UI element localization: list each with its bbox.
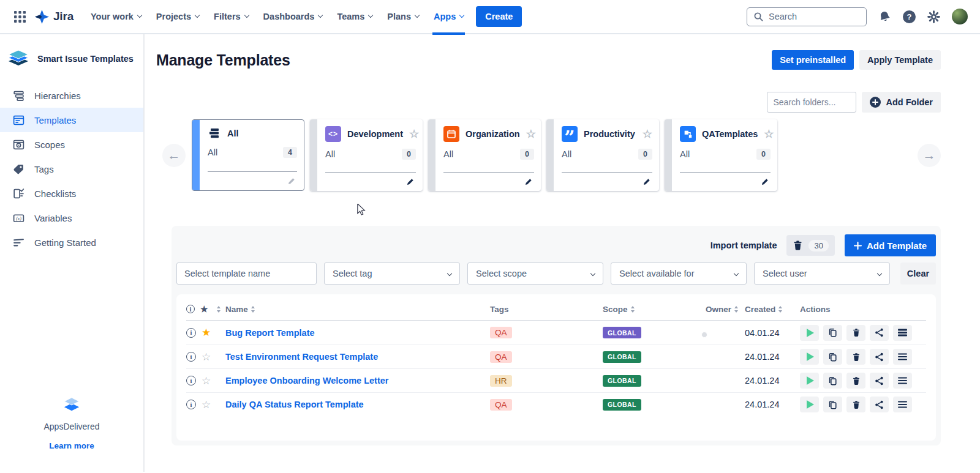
nav-plans[interactable]: Plans — [380, 0, 426, 34]
nav-your-work[interactable]: Your work — [83, 0, 149, 34]
create-button[interactable]: Create — [476, 6, 522, 27]
add-folder-button[interactable]: Add Folder — [862, 92, 941, 113]
star-outline-icon[interactable] — [409, 128, 419, 140]
template-name-link[interactable]: Daily QA Status Report Template — [225, 400, 364, 409]
star-outline-icon[interactable] — [764, 128, 774, 140]
template-name-link[interactable]: Employee Onboarding Welcome Letter — [225, 376, 388, 385]
copy-template-button[interactable] — [823, 373, 842, 389]
star-outline-icon[interactable] — [202, 400, 211, 410]
info-icon[interactable] — [186, 328, 196, 338]
share-template-button[interactable] — [870, 397, 889, 412]
global-search[interactable] — [747, 7, 867, 26]
nav-teams[interactable]: Teams — [330, 0, 380, 34]
folder-card-development[interactable]: Development All 0 — [310, 119, 423, 191]
run-template-button[interactable] — [800, 373, 819, 389]
nav-dashboards[interactable]: Dashboards — [256, 0, 330, 34]
edit-pencil-icon[interactable] — [287, 177, 296, 185]
carousel-prev-button[interactable]: ← — [162, 144, 186, 167]
apply-template-button[interactable]: Apply Template — [859, 50, 941, 70]
sidebar-item-getting-started[interactable]: Getting Started — [0, 230, 143, 255]
filter-available-for-select[interactable]: Select available for — [611, 263, 747, 285]
more-menu-button[interactable] — [893, 325, 912, 341]
sidebar-item-checklists[interactable]: Checklists — [0, 181, 143, 206]
template-name-link[interactable]: Bug Report Template — [225, 328, 315, 338]
learn-more-link[interactable]: Learn more — [49, 441, 94, 450]
column-name[interactable]: Name — [225, 305, 248, 314]
chevron-down-icon — [590, 271, 595, 276]
delete-template-button[interactable] — [846, 325, 865, 341]
filter-user-select[interactable]: Select user — [754, 263, 890, 285]
sidebar-item-scopes[interactable]: Scopes — [0, 132, 143, 157]
sort-icon[interactable] — [216, 305, 222, 313]
star-filled-icon[interactable] — [202, 327, 211, 338]
filter-template-name-input[interactable] — [176, 263, 317, 285]
sort-icon[interactable] — [251, 305, 256, 313]
folder-card-qatemplates[interactable]: QATemplates All 0 — [665, 119, 777, 191]
star-column-icon[interactable] — [200, 305, 208, 313]
copy-template-button[interactable] — [823, 397, 842, 412]
more-menu-button[interactable] — [893, 373, 912, 389]
nav-projects[interactable]: Projects — [149, 0, 206, 34]
edit-pencil-icon[interactable] — [761, 177, 769, 186]
delete-template-button[interactable] — [846, 349, 865, 365]
jira-logo[interactable]: Jira — [34, 9, 74, 24]
filter-scope-select[interactable]: Select scope — [467, 263, 603, 285]
sort-icon[interactable] — [630, 305, 636, 313]
folder-card-organization[interactable]: Organization All 0 — [428, 119, 541, 191]
info-icon[interactable] — [186, 352, 196, 362]
page-title: Manage Templates — [156, 51, 290, 69]
app-switcher-icon[interactable] — [10, 7, 29, 26]
sort-icon[interactable] — [734, 305, 739, 313]
share-template-button[interactable] — [870, 349, 889, 365]
notifications-bell-icon[interactable] — [878, 10, 891, 23]
copy-template-button[interactable] — [823, 349, 842, 365]
trash-bulk-button[interactable]: 30 — [786, 235, 834, 256]
search-folders-input[interactable] — [767, 92, 856, 113]
sidebar-item-variables[interactable]: (x) Variables — [0, 206, 143, 230]
column-owner[interactable]: Owner — [706, 305, 731, 314]
column-created[interactable]: Created — [745, 305, 775, 314]
star-outline-icon[interactable] — [526, 128, 536, 140]
clear-filters-button[interactable]: Clear — [900, 263, 936, 285]
more-menu-button[interactable] — [893, 349, 912, 365]
share-template-button[interactable] — [870, 325, 889, 341]
settings-gear-icon[interactable] — [927, 10, 940, 23]
nav-apps[interactable]: Apps — [426, 0, 471, 34]
info-icon[interactable] — [186, 400, 196, 409]
more-menu-button[interactable] — [893, 397, 912, 412]
delete-template-button[interactable] — [846, 373, 865, 389]
folder-card-all[interactable]: All All 4 — [192, 119, 304, 191]
star-outline-icon[interactable] — [643, 128, 652, 140]
share-template-button[interactable] — [870, 373, 889, 389]
copy-icon — [828, 328, 837, 337]
star-outline-icon[interactable] — [202, 376, 211, 386]
nav-filters[interactable]: Filters — [206, 0, 256, 34]
sidebar-item-templates[interactable]: Templates — [0, 108, 143, 132]
sidebar-item-hierarchies[interactable]: Hierarchies — [0, 83, 143, 108]
help-icon[interactable] — [903, 10, 916, 23]
info-icon[interactable] — [186, 376, 196, 385]
delete-template-button[interactable] — [846, 397, 865, 412]
edit-pencil-icon[interactable] — [406, 177, 415, 186]
folder-card-productivity[interactable]: Productivity All 0 — [546, 119, 659, 191]
column-scope[interactable]: Scope — [603, 305, 628, 314]
import-template-button[interactable]: Import template — [710, 240, 777, 250]
copy-template-button[interactable] — [823, 325, 842, 341]
set-preinstalled-button[interactable]: Set preinstalled — [772, 50, 854, 70]
user-avatar[interactable] — [952, 9, 968, 24]
run-template-button[interactable] — [800, 349, 819, 365]
run-template-button[interactable] — [800, 397, 819, 412]
filter-tag-select[interactable]: Select tag — [324, 263, 460, 285]
template-name-link[interactable]: Test Environment Request Template — [225, 352, 378, 362]
search-input[interactable] — [769, 12, 860, 21]
chevron-down-icon — [137, 13, 142, 18]
sort-icon[interactable] — [778, 305, 783, 313]
edit-pencil-icon[interactable] — [524, 177, 533, 186]
edit-pencil-icon[interactable] — [643, 177, 651, 186]
run-template-button[interactable] — [800, 325, 819, 341]
folder-name: Organization — [466, 129, 520, 139]
star-outline-icon[interactable] — [202, 352, 211, 362]
add-template-button[interactable]: Add Template — [845, 234, 936, 256]
carousel-next-button[interactable]: → — [918, 144, 941, 167]
sidebar-item-tags[interactable]: Tags — [0, 157, 143, 181]
